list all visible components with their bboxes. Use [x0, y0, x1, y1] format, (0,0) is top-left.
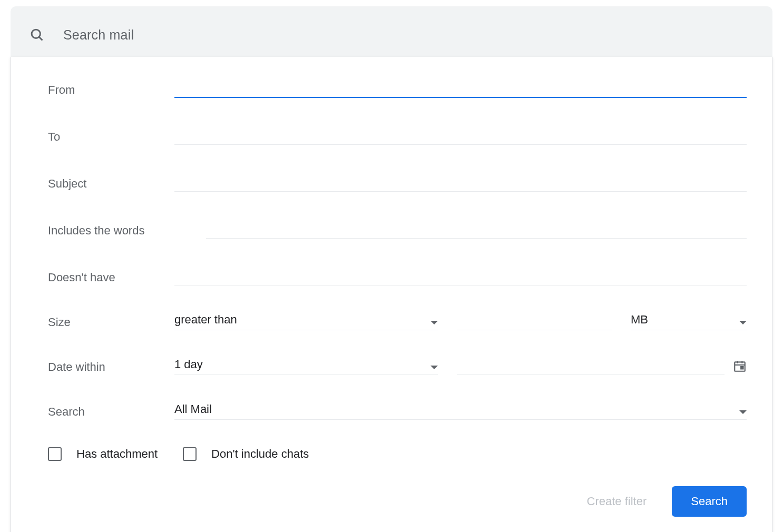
- svg-line-1: [39, 37, 42, 40]
- search-placeholder: Search mail: [63, 27, 134, 43]
- create-filter-button[interactable]: Create filter: [587, 495, 647, 508]
- date-input[interactable]: [457, 358, 725, 375]
- caret-down-icon: [739, 321, 747, 324]
- subject-label: Subject: [48, 177, 174, 192]
- date-range-select[interactable]: 1 day: [174, 358, 438, 375]
- has-attachment-label: Has attachment: [76, 447, 158, 461]
- date-range-value: 1 day: [174, 358, 425, 371]
- exclude-chats-checkbox-item[interactable]: Don't include chats: [183, 447, 309, 461]
- advanced-search-panel: From To Subject Includes the words Doesn…: [11, 57, 772, 532]
- includes-words-input[interactable]: [206, 219, 747, 239]
- from-input[interactable]: [174, 78, 747, 98]
- date-within-label: Date within: [48, 360, 174, 375]
- exclude-chats-label: Don't include chats: [211, 447, 309, 461]
- subject-input[interactable]: [174, 172, 747, 192]
- size-label: Size: [48, 316, 174, 330]
- size-compare-value: greater than: [174, 313, 425, 327]
- calendar-icon[interactable]: [733, 359, 747, 373]
- from-label: From: [48, 83, 174, 98]
- to-label: To: [48, 130, 174, 145]
- search-scope-value: All Mail: [174, 402, 734, 416]
- caret-down-icon: [430, 321, 438, 324]
- svg-point-0: [32, 29, 40, 38]
- size-unit-select[interactable]: MB: [631, 313, 747, 330]
- search-scope-select[interactable]: All Mail: [174, 402, 747, 420]
- search-bar[interactable]: Search mail: [11, 6, 772, 63]
- has-attachment-checkbox[interactable]: [48, 447, 62, 461]
- exclude-chats-checkbox[interactable]: [183, 447, 197, 461]
- includes-words-label: Includes the words: [48, 224, 206, 239]
- size-unit-value: MB: [631, 313, 734, 327]
- caret-down-icon: [430, 366, 438, 369]
- size-value-input[interactable]: [457, 313, 612, 330]
- caret-down-icon: [739, 410, 747, 414]
- search-button[interactable]: Search: [672, 486, 747, 517]
- to-input[interactable]: [174, 125, 747, 145]
- svg-rect-6: [741, 367, 743, 369]
- search-icon: [30, 27, 44, 42]
- size-compare-select[interactable]: greater than: [174, 313, 438, 330]
- doesnt-have-label: Doesn't have: [48, 271, 174, 285]
- has-attachment-checkbox-item[interactable]: Has attachment: [48, 447, 158, 461]
- search-scope-label: Search: [48, 405, 174, 420]
- doesnt-have-input[interactable]: [174, 266, 747, 285]
